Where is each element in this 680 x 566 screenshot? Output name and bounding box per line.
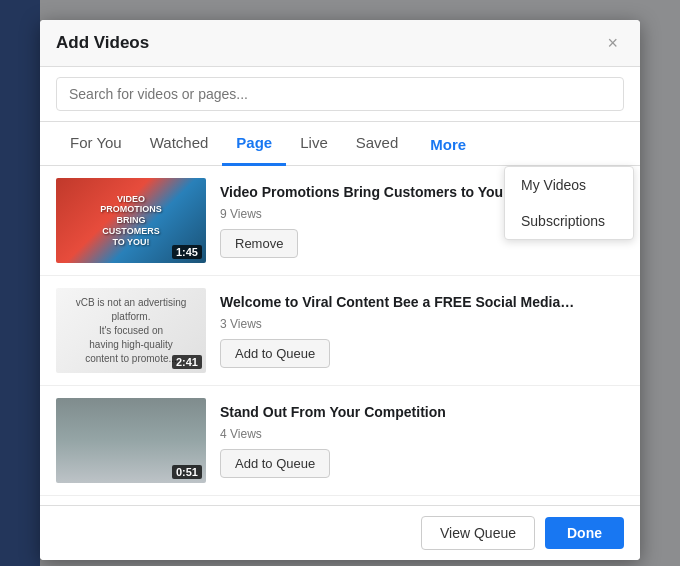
video-duration: 1:45 bbox=[172, 245, 202, 259]
add-videos-modal: Add Videos × For You Watched Page Live S… bbox=[40, 20, 640, 560]
video-item: Promote Your Business with Vi… bbox=[40, 496, 640, 505]
remove-button[interactable]: Remove bbox=[220, 229, 298, 258]
tab-for-you[interactable]: For You bbox=[56, 122, 136, 166]
video-thumbnail: VIDEOPROMOTIONSBRINGCUSTOMERSTO YOU! 1:4… bbox=[56, 178, 206, 263]
add-to-queue-button[interactable]: Add to Queue bbox=[220, 339, 330, 368]
video-info: Stand Out From Your Competition 4 Views … bbox=[220, 403, 624, 478]
video-views: 4 Views bbox=[220, 427, 624, 441]
modal-footer: View Queue Done bbox=[40, 505, 640, 560]
dropdown-item-my-videos[interactable]: My Videos bbox=[505, 167, 633, 203]
thumb-promo-text: VIDEOPROMOTIONSBRINGCUSTOMERSTO YOU! bbox=[96, 190, 166, 252]
view-queue-button[interactable]: View Queue bbox=[421, 516, 535, 550]
video-views: 3 Views bbox=[220, 317, 624, 331]
more-dropdown: My Videos Subscriptions bbox=[504, 166, 634, 240]
tabs-container: For You Watched Page Live Saved More My … bbox=[40, 122, 640, 166]
dropdown-item-subscriptions[interactable]: Subscriptions bbox=[505, 203, 633, 239]
tab-page[interactable]: Page bbox=[222, 122, 286, 166]
tab-saved[interactable]: Saved bbox=[342, 122, 413, 166]
done-button[interactable]: Done bbox=[545, 517, 624, 549]
video-thumbnail: 0:51 bbox=[56, 398, 206, 483]
video-item: 0:51 Stand Out From Your Competition 4 V… bbox=[40, 386, 640, 496]
add-to-queue-button[interactable]: Add to Queue bbox=[220, 449, 330, 478]
modal-title: Add Videos bbox=[56, 33, 149, 53]
close-button[interactable]: × bbox=[601, 32, 624, 54]
tab-more[interactable]: More bbox=[416, 124, 480, 165]
video-duration: 0:51 bbox=[172, 465, 202, 479]
tab-live[interactable]: Live bbox=[286, 122, 342, 166]
search-container bbox=[40, 67, 640, 122]
video-info: Welcome to Viral Content Bee a FREE Soci… bbox=[220, 293, 624, 368]
modal-header: Add Videos × bbox=[40, 20, 640, 67]
video-item: vCB is not an advertising platform.It's … bbox=[40, 276, 640, 386]
tab-watched[interactable]: Watched bbox=[136, 122, 223, 166]
video-title: Stand Out From Your Competition bbox=[220, 403, 624, 421]
video-thumbnail: vCB is not an advertising platform.It's … bbox=[56, 288, 206, 373]
search-input[interactable] bbox=[56, 77, 624, 111]
video-title: Welcome to Viral Content Bee a FREE Soci… bbox=[220, 293, 624, 311]
video-duration: 2:41 bbox=[172, 355, 202, 369]
